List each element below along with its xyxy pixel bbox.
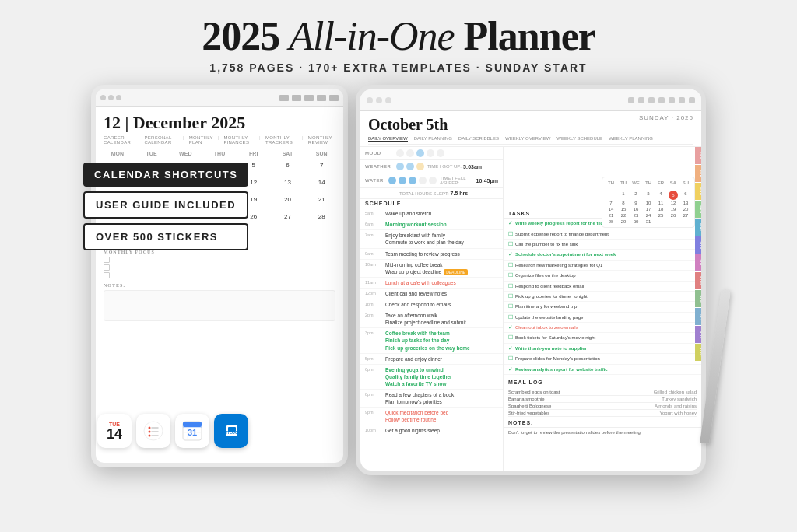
mini-cal-cell[interactable]: 26 [667, 212, 679, 219]
cal-nav-tab-review[interactable]: MONTHLY REVIEW [308, 135, 335, 145]
mini-cal-cell[interactable]: 11 [655, 200, 667, 206]
mini-cal-cell[interactable]: 10 [642, 200, 655, 206]
mini-cal-cell[interactable]: 30 [630, 219, 642, 225]
side-tab-oct[interactable]: OCT [695, 308, 701, 325]
water-icon-5[interactable] [429, 177, 437, 184]
mini-cal-cell[interactable]: 23 [630, 212, 642, 219]
cal-cell[interactable]: 7 [304, 159, 339, 177]
mini-cal-cell[interactable]: 2 [630, 191, 642, 200]
task-checkbox[interactable]: ☐ [508, 303, 513, 310]
google-calendar-icon[interactable]: 31 [175, 414, 209, 448]
mini-cal-cell[interactable]: 4 [655, 191, 667, 200]
cal-cell[interactable]: 27 [271, 211, 305, 228]
tab-weekly-overview[interactable]: WEEKLY OVERVIEW [505, 136, 550, 142]
task-checkbox[interactable]: ☐ [508, 272, 513, 278]
water-icon-2[interactable] [398, 177, 406, 184]
tab-daily-overview[interactable]: DAILY OVERVIEW [368, 136, 408, 142]
mood-icon-1[interactable] [396, 149, 404, 157]
side-tab-aug[interactable]: AUG [695, 272, 701, 289]
cal-cell[interactable]: 21 [304, 194, 339, 211]
side-tab-sep[interactable]: SEP [695, 290, 701, 307]
checkbox-2[interactable] [104, 264, 110, 271]
mood-icon-4[interactable] [427, 149, 434, 157]
mini-cal-cell[interactable]: 12 [667, 200, 679, 206]
page-header: 2025 All-in-One Planner 1,758 PAGES · 17… [202, 14, 595, 74]
task-checkbox[interactable]: ☐ [508, 293, 513, 299]
badge-shortcuts: CALENDAR SHORTCUTS [83, 163, 248, 187]
mini-cal-cell[interactable]: 16 [630, 206, 642, 212]
task-checkbox[interactable]: ✓ [508, 345, 513, 352]
mini-cal-cell[interactable]: 13 [679, 200, 692, 206]
side-tab-may[interactable]: MAY [695, 219, 701, 236]
water-icon-1[interactable] [388, 177, 396, 184]
outlook-app-icon[interactable]: OUTLOOK O [214, 414, 248, 448]
side-tab-dec[interactable]: DEC [695, 344, 701, 361]
side-tab-apr[interactable]: APR [695, 201, 701, 218]
tab-weekly-schedule[interactable]: WEEKLY SCHEDULE [556, 136, 602, 142]
cal-cell[interactable]: 13 [271, 177, 305, 194]
mood-icon-5[interactable] [437, 149, 444, 157]
cal-nav-tab-career[interactable]: CAREER CALENDAR [104, 135, 134, 145]
mood-icon-3[interactable] [416, 149, 424, 157]
task-checkbox[interactable]: ☐ [508, 283, 513, 289]
mini-cal-cell[interactable]: 31 [642, 219, 655, 225]
water-icon-3[interactable] [409, 177, 416, 184]
task-checkbox[interactable]: ✓ [508, 366, 513, 373]
mood-icon-2[interactable] [406, 149, 414, 157]
mini-cal-cell[interactable]: 9 [630, 200, 642, 206]
cal-cell[interactable]: 6 [271, 159, 305, 177]
mini-cal-cell[interactable]: 22 [617, 212, 630, 219]
mini-cal-cell[interactable]: 21 [605, 212, 617, 219]
side-tab-jun[interactable]: JUN [695, 236, 701, 254]
cal-nav-tab-finances[interactable]: MONTHLY FINANCES [223, 135, 255, 145]
mini-cal-cell[interactable]: 6 [679, 191, 692, 200]
cal-nav-tab-personal[interactable]: PERSONAL CALENDAR [144, 135, 177, 145]
mini-cal-cell[interactable]: 25 [655, 212, 667, 219]
mini-cal-cell[interactable]: 27 [679, 212, 692, 219]
task-checkbox[interactable]: ☐ [508, 355, 513, 362]
mini-cal-cell[interactable]: 7 [605, 200, 617, 206]
mini-cal-cell[interactable]: 8 [617, 200, 630, 206]
side-tab-mar[interactable]: MAR [695, 183, 701, 200]
task-checkbox[interactable]: ☐ [508, 241, 513, 247]
side-tab-jul[interactable]: JUL [695, 254, 701, 271]
side-tab-feb[interactable]: FEB [695, 165, 701, 182]
cal-nav-tab-trackers[interactable]: MONTHLY TRACKERS [265, 135, 297, 145]
tab-daily-planning[interactable]: DAILY PLANNING [414, 136, 452, 142]
tab-weekly-planning[interactable]: WEEKLY PLANNING [609, 136, 653, 142]
cal-cell[interactable]: 28 [304, 211, 339, 228]
mini-cal-cell[interactable]: 19 [667, 206, 679, 212]
mini-cal-cell[interactable]: 29 [617, 219, 630, 225]
mini-cal-cell[interactable]: 17 [642, 206, 655, 212]
task-checkbox[interactable]: ☐ [508, 262, 513, 268]
cal-cell[interactable]: 14 [304, 177, 339, 194]
mini-cal-cell[interactable]: 1 [617, 191, 630, 200]
tab-daily-scribbles[interactable]: DAILY SCRIBBLES [458, 136, 499, 142]
checkbox-3[interactable] [104, 272, 110, 278]
side-tab-jan[interactable]: JAN [695, 147, 701, 164]
mini-cal-cell[interactable]: 14 [605, 206, 617, 212]
cal-cell[interactable]: 20 [271, 194, 305, 211]
task-checkbox[interactable]: ✓ [508, 251, 513, 257]
check-row-1 [104, 257, 335, 263]
task-checkbox[interactable]: ✓ [508, 220, 513, 226]
title-part1: 2025 [202, 14, 289, 58]
reminders-app-icon[interactable] [136, 414, 170, 448]
task-checkbox[interactable]: ☐ [508, 231, 513, 237]
water-icon-4[interactable] [419, 177, 427, 184]
mini-cal-cell[interactable]: 15 [617, 206, 630, 212]
mini-cal-cell[interactable]: 18 [655, 206, 667, 212]
mini-cal-cell[interactable]: 28 [605, 219, 617, 225]
task-checkbox[interactable]: ✓ [508, 324, 513, 331]
cal-nav-tab-monthly[interactable]: MONTHLY PLAN [189, 135, 213, 145]
side-tab-nov[interactable]: NOV [695, 326, 701, 343]
checkbox-1[interactable] [104, 257, 110, 263]
task-checkbox[interactable]: ☐ [508, 334, 513, 341]
mini-cal-header: TH [642, 180, 655, 186]
task-checkbox[interactable]: ☐ [508, 314, 513, 320]
mini-cal-cell[interactable]: 20 [679, 206, 692, 212]
mini-cal-cell[interactable]: 5 [669, 191, 678, 200]
mini-cal-cell[interactable]: 3 [642, 191, 655, 200]
time-got-up-val: 5:03am [463, 164, 482, 170]
mini-cal-cell[interactable]: 24 [642, 212, 655, 219]
